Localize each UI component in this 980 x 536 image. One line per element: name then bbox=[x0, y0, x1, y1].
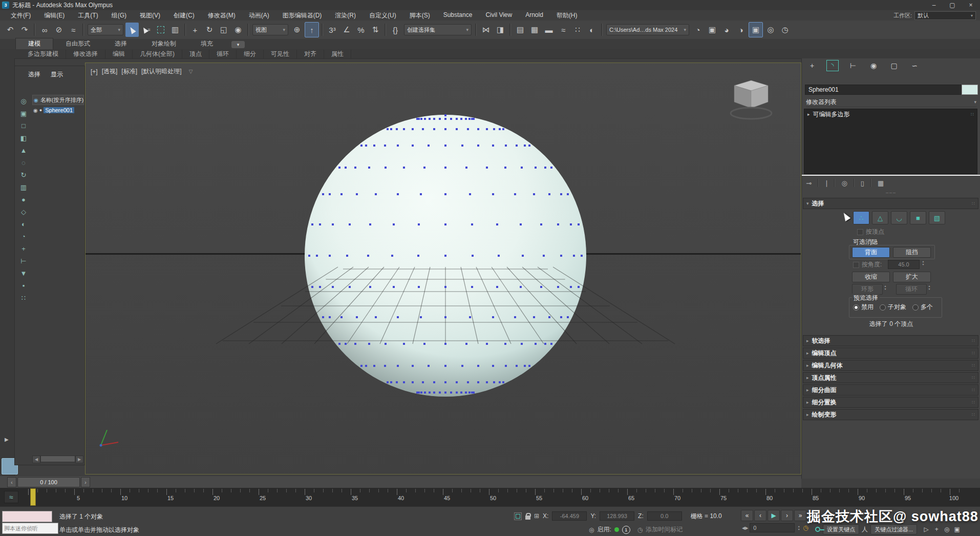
vertex-dot[interactable] bbox=[499, 128, 501, 130]
vertex-dot[interactable] bbox=[319, 223, 321, 225]
ribbon-section-6[interactable]: 细分 bbox=[237, 50, 264, 58]
ring-button[interactable]: 环形 bbox=[852, 284, 883, 295]
vertex-dot[interactable] bbox=[322, 316, 324, 318]
vertex-dot[interactable] bbox=[424, 118, 426, 120]
ribbon-section-2[interactable]: 编辑 bbox=[105, 50, 133, 58]
edit-named-selections-icon[interactable]: {} bbox=[389, 23, 402, 37]
by-vertex-checkbox[interactable]: 按顶点 bbox=[857, 228, 884, 236]
vertex-dot[interactable] bbox=[499, 381, 501, 383]
vertex-dot[interactable] bbox=[420, 193, 422, 195]
vertex-dot[interactable] bbox=[460, 118, 462, 120]
auto-key-figure-icon[interactable]: 人 bbox=[862, 525, 868, 534]
render-setup-icon[interactable]: ◔ bbox=[691, 23, 705, 37]
vertex-dot[interactable] bbox=[319, 286, 321, 288]
time-slider-track[interactable]: ‹ 0 / 100 › bbox=[0, 476, 801, 488]
vertex-dot[interactable] bbox=[570, 286, 572, 288]
vertex-dot[interactable] bbox=[570, 223, 572, 225]
vertex-dot[interactable] bbox=[548, 193, 550, 195]
vertex-dot[interactable] bbox=[329, 193, 331, 195]
vertex-dot[interactable] bbox=[456, 391, 458, 394]
vertex-dot[interactable] bbox=[429, 391, 431, 394]
vertex-dot[interactable] bbox=[429, 118, 431, 120]
rollout-5-header[interactable]: ▸细分置换∷ bbox=[803, 397, 978, 408]
vertex-dot[interactable] bbox=[418, 118, 420, 120]
vertex-dot[interactable] bbox=[492, 193, 494, 195]
radio-icon[interactable] bbox=[912, 304, 919, 311]
rollout-6-header[interactable]: ▸绘制变形∷ bbox=[803, 409, 978, 420]
menu-item-2[interactable]: 工具(T) bbox=[71, 11, 104, 20]
time-slider-next-icon[interactable]: › bbox=[81, 477, 90, 487]
show-shapes-icon[interactable]: ◇ bbox=[18, 205, 29, 218]
current-frame-field[interactable]: 0 bbox=[750, 523, 795, 532]
vertex-dot[interactable] bbox=[473, 118, 475, 120]
menu-item-12[interactable]: Substance bbox=[437, 11, 479, 20]
vertex-dot[interactable] bbox=[345, 167, 347, 169]
preview-radio-1[interactable]: 子对象 bbox=[880, 303, 906, 312]
rollout-selection-header[interactable]: ▾ 选择 ∷ bbox=[803, 198, 978, 209]
vertex-dot[interactable] bbox=[373, 145, 375, 147]
vertex-dot[interactable] bbox=[356, 316, 358, 318]
vertex-dot[interactable] bbox=[540, 223, 542, 225]
vertex-dot[interactable] bbox=[505, 365, 507, 367]
adms-icon[interactable]: ◎ bbox=[589, 526, 594, 533]
vertex-dot[interactable] bbox=[456, 118, 458, 120]
show-hierarchy-icon[interactable]: ⊢ bbox=[18, 255, 29, 267]
vertex-dot[interactable] bbox=[502, 381, 504, 383]
clock-icon[interactable]: ◷ bbox=[637, 526, 643, 533]
eye-icon[interactable]: ◉ bbox=[33, 108, 38, 113]
toggle-layer-explorer-icon[interactable]: ▦ bbox=[528, 23, 541, 37]
vertex-dot[interactable] bbox=[533, 193, 535, 195]
vertex-dot[interactable] bbox=[444, 391, 446, 394]
vertex-dot[interactable] bbox=[468, 391, 471, 394]
vertex-dot[interactable] bbox=[403, 381, 405, 383]
use-pivot-center-icon[interactable]: ⊕ bbox=[290, 23, 304, 37]
remove-modifier-icon[interactable]: ▯ bbox=[861, 179, 864, 187]
ribbon-section-7[interactable]: 可见性 bbox=[264, 50, 297, 58]
viewport-filter-icon[interactable]: ▽ bbox=[189, 69, 193, 74]
vertex-dot[interactable] bbox=[444, 381, 446, 383]
show-cameras-icon[interactable]: ◔ bbox=[18, 230, 29, 242]
polygon-button[interactable]: ■ bbox=[910, 211, 926, 224]
vertex-dot[interactable] bbox=[516, 145, 518, 147]
configure-modifier-sets-icon[interactable]: ▦ bbox=[878, 179, 884, 187]
vertex-dot[interactable] bbox=[471, 223, 473, 225]
vertex-dot[interactable] bbox=[493, 381, 495, 383]
vertex-dot[interactable] bbox=[469, 316, 471, 318]
select-and-link-icon[interactable]: ∞ bbox=[38, 23, 51, 37]
vertex-dot[interactable] bbox=[550, 167, 552, 169]
render-in-cloud-icon[interactable]: ◑ bbox=[734, 23, 748, 37]
find-icon[interactable]: ◌ bbox=[18, 156, 29, 169]
viewcube[interactable] bbox=[723, 73, 779, 122]
select-children-icon[interactable]: ▲ bbox=[18, 144, 29, 156]
sync-selection-icon[interactable]: ↻ bbox=[18, 169, 29, 181]
vertex-dot[interactable] bbox=[360, 365, 363, 367]
vertex-dot[interactable] bbox=[412, 145, 414, 147]
maxscript-mini-listener[interactable] bbox=[2, 511, 52, 522]
vertex-dot[interactable] bbox=[444, 118, 446, 120]
percent-snap-icon[interactable]: % bbox=[354, 23, 368, 37]
select-and-place-icon[interactable]: ◉ bbox=[231, 23, 245, 37]
vertex-dot[interactable] bbox=[486, 343, 488, 345]
angle-spinner[interactable]: ▴▾ bbox=[921, 260, 926, 266]
go-to-start-button[interactable]: « bbox=[741, 510, 753, 521]
x-coordinate-field[interactable]: -64.459 bbox=[552, 511, 587, 521]
vertex-dot[interactable] bbox=[420, 316, 422, 318]
vertex-dot[interactable] bbox=[444, 193, 446, 195]
display-tab[interactable]: ▢ bbox=[888, 60, 900, 71]
motion-tab[interactable]: ◉ bbox=[867, 60, 880, 71]
vertex-dot[interactable] bbox=[540, 286, 542, 288]
menu-item-7[interactable]: 动画(A) bbox=[242, 11, 276, 20]
object-name-field[interactable]: Sphere001 bbox=[805, 85, 963, 95]
stack-item-editable-poly[interactable]: ▸ 可编辑多边形 ∷ bbox=[804, 109, 977, 119]
vertex-dot[interactable] bbox=[504, 343, 506, 345]
vertex-dot[interactable] bbox=[340, 316, 343, 318]
rollout-4-header[interactable]: ▸细分曲面∷ bbox=[803, 384, 978, 396]
vertex-dot[interactable] bbox=[444, 286, 446, 288]
vertex-dot[interactable] bbox=[420, 118, 422, 120]
vertex-dot[interactable] bbox=[456, 128, 458, 130]
vertex-dot[interactable] bbox=[492, 316, 494, 318]
menu-item-0[interactable]: 文件(F) bbox=[4, 11, 37, 20]
vertex-dot[interactable] bbox=[522, 255, 524, 257]
scroll-left-icon[interactable]: ◀ bbox=[32, 456, 40, 463]
explorer-row-sphere001[interactable]: ◉ ● Sphere001 bbox=[32, 106, 84, 115]
